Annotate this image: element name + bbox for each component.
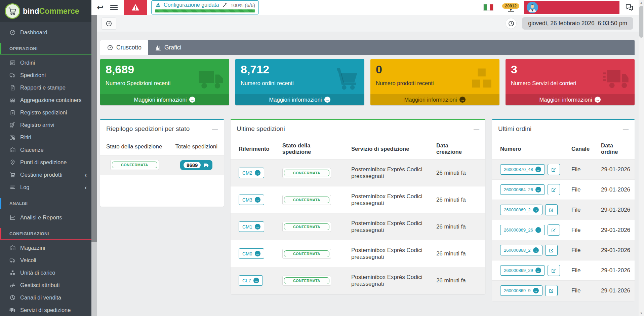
config-wizard-label: Configurazione guidata: [164, 2, 219, 8]
stat-card-prodotti: 0 Numero prodotti recenti Maggiori infor…: [370, 59, 499, 105]
edit-order-button[interactable]: [548, 164, 560, 175]
pie-chart-icon: [9, 294, 16, 301]
order-row: 260000869_29 → File 29-01-2026: [492, 260, 635, 281]
order-number-button[interactable]: 260000869_2 →: [500, 205, 542, 215]
order-number-button[interactable]: 260000869_29 →: [500, 265, 545, 276]
order-number-button[interactable]: 260000869_9 →: [500, 285, 542, 296]
more-info-link[interactable]: Maggiori informazioni→: [370, 94, 499, 105]
sidebar-section-operazioni: OPERAZIONI: [0, 43, 91, 55]
shipment-age: 26 minuti fa: [428, 160, 485, 186]
sidebar-item-rapporti-e-stampe[interactable]: Rapporti e stampe: [0, 81, 91, 94]
shipment-ref-button[interactable]: CM2 →: [239, 168, 264, 178]
list-icon: [9, 60, 16, 66]
order-number-button[interactable]: 260000864_26 →: [500, 184, 545, 195]
order-number-button[interactable]: 260000870_48 →: [500, 164, 545, 175]
shipment-ref-button[interactable]: CM1 →: [239, 221, 264, 232]
sidebar-item-veicoli[interactable]: Veicoli: [0, 254, 91, 267]
breadcrumb-home-button[interactable]: [102, 17, 116, 30]
panel-title: Riepilogo spedizioni per stato: [106, 125, 190, 133]
panel-riepilogo-spedizioni: Riepilogo spedizioni per stato — Stato d…: [100, 119, 224, 207]
alert-button[interactable]: [124, 0, 147, 15]
sidebar-item-dashboard[interactable]: Dashboard: [0, 26, 91, 39]
column-header: Totale spedizioni: [169, 138, 224, 155]
shipment-ref-button[interactable]: CM3 →: [239, 195, 264, 205]
gauge-icon: [106, 20, 112, 27]
order-channel: File: [563, 220, 593, 240]
stat-cards-row: 8,689 Numero Spedizioni recenti Maggiori…: [100, 59, 635, 105]
tab-cruscotto[interactable]: Cruscotto: [100, 40, 148, 55]
shipping-fast-icon: [602, 64, 631, 93]
edit-order-button[interactable]: [545, 285, 558, 296]
sidebar-item-punti-di-spedizione[interactable]: Punti di spedizione: [0, 156, 91, 169]
page-scrollbar[interactable]: ▲ ▼: [639, 0, 644, 316]
sidebar-item-servizi-di-spedizione[interactable]: Servizi di spedizione: [0, 304, 91, 316]
chat-icon[interactable]: [625, 3, 634, 12]
more-info-link[interactable]: Maggiori informazioni→: [100, 94, 229, 105]
sidebar-item-unita-di-carico[interactable]: Unità di carico: [0, 267, 91, 279]
panel-ultime-spedizioni: Ultime spedizioni — Riferimento Stato de…: [231, 119, 485, 294]
tab-grafici[interactable]: Grafici: [148, 40, 188, 55]
shipment-count-pill[interactable]: 8689: [180, 160, 212, 170]
order-number-button[interactable]: 260000869_26 →: [500, 225, 545, 235]
order-number-button[interactable]: 260000868_2 →: [500, 245, 542, 255]
page-scrollbar-thumb[interactable]: [639, 6, 643, 38]
shipment-service: Posteminibox Exprès Codici preassegnati: [343, 160, 428, 186]
shipment-age: 26 minuti fa: [428, 240, 485, 267]
arrow-circle-right-icon: →: [459, 97, 466, 103]
clipboard-icon: [9, 109, 16, 116]
shipment-ref-button[interactable]: CLZ →: [239, 275, 263, 286]
sidebar-item-gestisci-attributi[interactable]: Gestisci attributi: [0, 279, 91, 291]
sidebar-item-aggregazione-containers[interactable]: Aggregazione containers: [0, 94, 91, 106]
chevron-left-icon: ‹: [85, 172, 87, 178]
sidebar-item-gestione-prodotti[interactable]: Gestione prodotti‹: [0, 169, 91, 181]
language-flag-icon[interactable]: [483, 4, 493, 11]
config-wizard-button[interactable]: Configurazione guidata 100% (6/6): [151, 0, 259, 14]
order-row: 260000868_2 → File 29-01-2026: [492, 240, 635, 260]
sidebar-item-label: Dashboard: [20, 29, 47, 36]
order-date: 29-01-2026: [593, 220, 635, 240]
hamburger-menu-icon[interactable]: [110, 4, 118, 11]
sailboat-icon: [155, 2, 161, 8]
edit-order-button[interactable]: [545, 204, 558, 215]
chevron-left-icon: ‹: [85, 184, 87, 190]
sidebar-item-ordini[interactable]: Ordini: [0, 57, 91, 69]
minimize-button[interactable]: —: [212, 126, 218, 132]
sidebar-item-magazzini[interactable]: Magazzini: [0, 242, 91, 254]
minimize-button[interactable]: —: [474, 126, 479, 132]
edit-icon: [549, 248, 554, 253]
sidebar-item-spedizioni[interactable]: Spedizioni: [0, 69, 91, 81]
sidebar-item-log[interactable]: Log‹: [0, 181, 91, 194]
more-info-link[interactable]: Maggiori informazioni→: [506, 94, 635, 105]
edit-order-button[interactable]: [548, 224, 560, 236]
arrow-circle-right-icon: →: [535, 187, 541, 192]
warehouse-icon: [9, 245, 16, 251]
more-info-link[interactable]: Maggiori informazioni→: [235, 94, 364, 105]
sidebar-item-registro-spedizioni[interactable]: Registro spedizioni: [0, 106, 91, 119]
back-arrow-icon[interactable]: ↩: [97, 3, 104, 12]
warning-triangle-icon: [131, 3, 140, 12]
edit-order-button[interactable]: [548, 184, 560, 195]
panels-row: Riepilogo spedizioni per stato — Stato d…: [100, 119, 635, 301]
app-logo[interactable]: bindCommerce: [0, 0, 91, 22]
arrow-circle-right-icon: →: [255, 251, 260, 256]
sidebar-section-configurazioni: CONFIGURAZIONI: [0, 228, 91, 240]
notifications-dropdown[interactable]: 20912 ▼: [502, 3, 519, 12]
arrow-circle-right-icon: →: [533, 207, 539, 213]
sidebar-item-giacenze[interactable]: Giacenze: [0, 144, 91, 156]
sidebar: Dashboard OPERAZIONI Ordini Spedizioni R…: [0, 22, 91, 316]
sidebar-scrollbar-thumb[interactable]: [91, 15, 97, 242]
scroll-down-arrow[interactable]: ▼: [639, 311, 644, 316]
edit-order-button[interactable]: [548, 265, 560, 276]
order-row: 260000864_26 → File 29-01-2026: [492, 180, 635, 200]
sidebar-scrollbar[interactable]: [91, 15, 97, 316]
shipment-ref-button[interactable]: CM0 →: [239, 248, 264, 259]
sidebar-item-ritiri[interactable]: Ritiri: [0, 131, 91, 144]
sidebar-item-canali-di-vendita[interactable]: Canali di vendita: [0, 291, 91, 304]
user-menu[interactable]: [524, 1, 619, 14]
arrow-circle-right-icon: →: [255, 170, 260, 176]
scroll-up-arrow[interactable]: ▲: [639, 0, 644, 5]
sidebar-item-analisi-e-reports[interactable]: Analisi e Reports: [0, 211, 91, 224]
edit-order-button[interactable]: [545, 245, 558, 256]
minimize-button[interactable]: —: [623, 126, 629, 132]
sidebar-item-registro-arrivi[interactable]: Registro arrivi: [0, 119, 91, 131]
